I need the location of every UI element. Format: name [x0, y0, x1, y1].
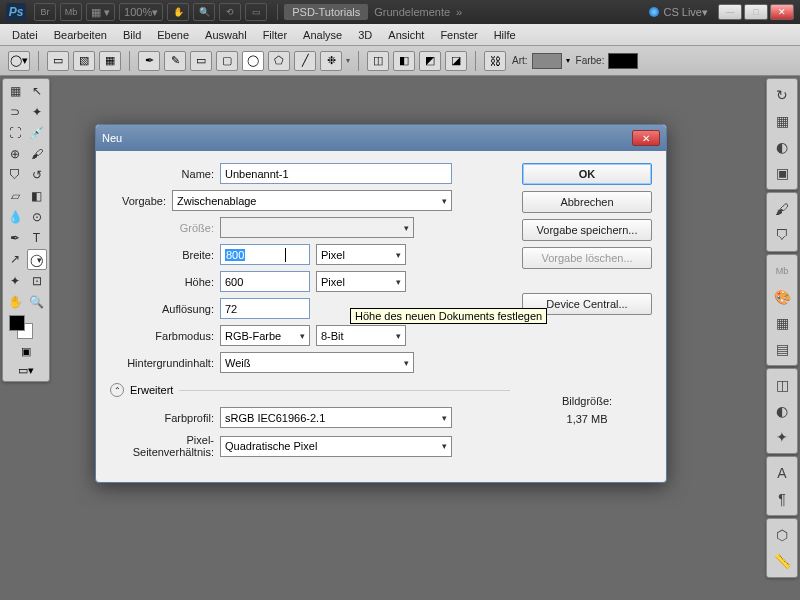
line-shape-icon[interactable]: ╱: [294, 51, 316, 71]
save-preset-button[interactable]: Vorgabe speichern...: [522, 219, 652, 241]
mb-panel-icon[interactable]: Mb: [770, 259, 794, 283]
gradient-tool-icon[interactable]: ◧: [27, 186, 47, 206]
blur-tool-icon[interactable]: 💧: [5, 207, 25, 227]
dialog-titlebar[interactable]: Neu ✕: [96, 125, 666, 151]
height-input[interactable]: [220, 271, 310, 292]
marquee-tool-icon[interactable]: ↖: [27, 81, 47, 101]
history-panel-icon[interactable]: ↻: [770, 83, 794, 107]
background-select[interactable]: Weiß: [220, 352, 414, 373]
eraser-tool-icon[interactable]: ▱: [5, 186, 25, 206]
menu-filter[interactable]: Filter: [255, 26, 295, 44]
menu-bearbeiten[interactable]: Bearbeiten: [46, 26, 115, 44]
workspace-psd-tutorials[interactable]: PSD-Tutorials: [284, 4, 368, 20]
char-panel-icon[interactable]: A: [770, 461, 794, 485]
app-close-button[interactable]: ✕: [770, 4, 794, 20]
cancel-button[interactable]: Abbrechen: [522, 191, 652, 213]
swatches-panel-icon[interactable]: ▦: [770, 311, 794, 335]
width-input[interactable]: 800: [220, 244, 310, 265]
heal-tool-icon[interactable]: ⊕: [5, 144, 25, 164]
wand-tool-icon[interactable]: ✦: [27, 102, 47, 122]
type-tool-icon[interactable]: T: [27, 228, 47, 248]
menu-datei[interactable]: Datei: [4, 26, 46, 44]
adjust-panel-icon[interactable]: ◐: [770, 135, 794, 159]
stamp-tool-icon[interactable]: ⛉: [5, 165, 25, 185]
height-unit-select[interactable]: Pixel: [316, 271, 406, 292]
ellipse-shape-icon[interactable]: ◯: [242, 51, 264, 71]
ps-logo-icon[interactable]: Ps: [6, 3, 26, 21]
ok-button[interactable]: OK: [522, 163, 652, 185]
shape-tool-icon[interactable]: ◯: [27, 249, 47, 270]
extras-icon[interactable]: ▭: [245, 3, 267, 21]
pen-icon[interactable]: ✒: [138, 51, 160, 71]
menu-bild[interactable]: Bild: [115, 26, 149, 44]
eyedropper-tool-icon[interactable]: 💉: [27, 123, 47, 143]
shape-layers-icon[interactable]: ▭: [47, 51, 69, 71]
minimize-button[interactable]: —: [718, 4, 742, 20]
menu-ansicht[interactable]: Ansicht: [380, 26, 432, 44]
screenmode-icon[interactable]: ▭▾: [5, 361, 47, 379]
menu-auswahl[interactable]: Auswahl: [197, 26, 255, 44]
dialog-close-button[interactable]: ✕: [632, 130, 660, 146]
measure-panel-icon[interactable]: 📏: [770, 549, 794, 573]
menu-analyse[interactable]: Analyse: [295, 26, 350, 44]
move-tool-icon[interactable]: ▦: [5, 81, 25, 101]
menu-hilfe[interactable]: Hilfe: [486, 26, 524, 44]
3d-panel-icon[interactable]: ⬡: [770, 523, 794, 547]
fill-pixels-icon[interactable]: ▦: [99, 51, 121, 71]
style-swatch[interactable]: [532, 53, 562, 69]
dodge-tool-icon[interactable]: ⊙: [27, 207, 47, 227]
chevron-right-icon[interactable]: »: [456, 6, 462, 18]
hand-icon[interactable]: ✋: [167, 3, 189, 21]
3d-camera-icon[interactable]: ⊡: [27, 271, 47, 291]
tool-preset[interactable]: ◯▾: [8, 51, 30, 71]
polygon-shape-icon[interactable]: ⬠: [268, 51, 290, 71]
rotate-icon[interactable]: ⟲: [219, 3, 241, 21]
maximize-button[interactable]: □: [744, 4, 768, 20]
width-unit-select[interactable]: Pixel: [316, 244, 406, 265]
masks-panel-icon[interactable]: ▣: [770, 161, 794, 185]
profile-select[interactable]: sRGB IEC61966-2.1: [220, 407, 452, 428]
brush-tool-icon[interactable]: 🖌: [27, 144, 47, 164]
paths-icon[interactable]: ▧: [73, 51, 95, 71]
3d-tool-icon[interactable]: ✦: [5, 271, 25, 291]
hand-tool-icon[interactable]: ✋: [5, 292, 25, 312]
menu-3d[interactable]: 3D: [350, 26, 380, 44]
path-select-icon[interactable]: ↗: [5, 249, 25, 269]
zoom-icon[interactable]: 🔍: [193, 3, 215, 21]
chevron-down-icon[interactable]: ▾: [346, 56, 350, 65]
actions-panel-icon[interactable]: ▦: [770, 109, 794, 133]
cs-live-button[interactable]: CS Live ▾: [649, 6, 708, 19]
name-input[interactable]: [220, 163, 452, 184]
lasso-tool-icon[interactable]: ⊃: [5, 102, 25, 122]
workspace-grundelemente[interactable]: Grundelemente: [374, 6, 450, 18]
styles-panel-icon[interactable]: ▤: [770, 337, 794, 361]
zoom-tool-icon[interactable]: 🔍: [27, 292, 47, 312]
zoom-select[interactable]: 100% ▾: [119, 3, 163, 21]
intersect-icon[interactable]: ◩: [419, 51, 441, 71]
roundrect-shape-icon[interactable]: ▢: [216, 51, 238, 71]
layers-panel-icon[interactable]: ◫: [770, 373, 794, 397]
color-panel-icon[interactable]: 🎨: [770, 285, 794, 309]
freeform-icon[interactable]: ✎: [164, 51, 186, 71]
channels-panel-icon[interactable]: ◐: [770, 399, 794, 423]
combine-icon[interactable]: ◫: [367, 51, 389, 71]
subtract-icon[interactable]: ◧: [393, 51, 415, 71]
erweitert-toggle[interactable]: ⌃ Erweitert: [110, 383, 510, 397]
bridge-button[interactable]: Br: [34, 3, 56, 21]
color-picker[interactable]: [5, 313, 47, 341]
preset-select[interactable]: Zwischenablage: [172, 190, 452, 211]
brushes-panel-icon[interactable]: 🖌: [770, 197, 794, 221]
view-mode-select[interactable]: ▦ ▾: [86, 3, 115, 21]
link-icon[interactable]: ⛓: [484, 51, 506, 71]
pen-tool-icon[interactable]: ✒: [5, 228, 25, 248]
color-swatch[interactable]: [608, 53, 638, 69]
pixelaspect-select[interactable]: Quadratische Pixel: [220, 436, 452, 457]
paths-panel-icon[interactable]: ✦: [770, 425, 794, 449]
minibridge-button[interactable]: Mb: [60, 3, 82, 21]
para-panel-icon[interactable]: ¶: [770, 487, 794, 511]
colormode-select[interactable]: RGB-Farbe: [220, 325, 310, 346]
clone-panel-icon[interactable]: ⛉: [770, 223, 794, 247]
custom-shape-icon[interactable]: ❉: [320, 51, 342, 71]
quickmask-icon[interactable]: ▣: [5, 342, 47, 360]
menu-ebene[interactable]: Ebene: [149, 26, 197, 44]
